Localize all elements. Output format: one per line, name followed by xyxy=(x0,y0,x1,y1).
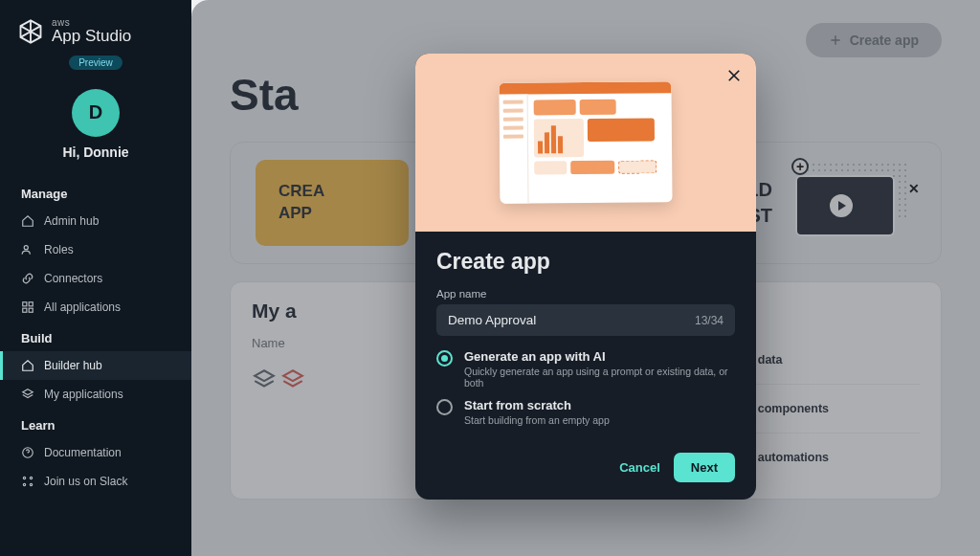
option-subtitle: Start building from an empty app xyxy=(464,414,610,426)
sidebar-item-admin-hub[interactable]: Admin hub xyxy=(0,207,191,235)
brand-name: App Studio xyxy=(52,28,131,46)
option-generate-ai[interactable]: Generate an app with AI Quickly generate… xyxy=(436,349,735,389)
sidebar-label: All applications xyxy=(44,300,121,314)
sidebar-label: Admin hub xyxy=(44,214,99,228)
create-app-modal: Create app App name 13/34 Generate an ap… xyxy=(415,54,756,500)
question-icon xyxy=(21,446,34,459)
modal-hero xyxy=(415,54,756,232)
sidebar-label: Connectors xyxy=(44,272,102,285)
sidebar-item-roles[interactable]: Roles xyxy=(0,235,191,264)
section-learn: Learn xyxy=(0,409,191,438)
svg-point-9 xyxy=(30,483,32,485)
sidebar-item-connectors[interactable]: Connectors xyxy=(0,264,191,293)
app-name-label: App name xyxy=(436,288,735,300)
main: Create app Sta CREA APP O: BUILD R FIRST… xyxy=(191,0,980,556)
home-icon xyxy=(21,214,34,228)
app-name-input[interactable] xyxy=(448,313,695,327)
option-subtitle: Quickly generate an app using a prompt o… xyxy=(464,366,735,389)
sidebar-label: Join us on Slack xyxy=(44,475,127,488)
home-icon xyxy=(21,359,34,372)
section-build: Build xyxy=(0,322,191,351)
svg-point-8 xyxy=(23,483,25,485)
sidebar-item-slack[interactable]: Join us on Slack xyxy=(0,467,191,496)
preview-badge: Preview xyxy=(69,56,122,70)
link-icon xyxy=(21,272,34,285)
sidebar-item-all-applications[interactable]: All applications xyxy=(0,293,191,322)
layers-icon xyxy=(21,388,34,401)
radio-selected-icon[interactable] xyxy=(436,350,453,367)
char-count: 13/34 xyxy=(695,314,724,327)
svg-point-0 xyxy=(24,245,28,249)
sidebar-label: My applications xyxy=(44,388,123,401)
brand: aws App Studio xyxy=(0,17,191,52)
modal-overlay[interactable]: Create app App name 13/34 Generate an ap… xyxy=(191,0,980,556)
next-button[interactable]: Next xyxy=(674,453,735,482)
app-name-input-wrap[interactable]: 13/34 xyxy=(436,304,735,336)
sidebar-label: Builder hub xyxy=(44,359,102,372)
sidebar: aws App Studio Preview D Hi, Donnie Mana… xyxy=(0,0,191,556)
sidebar-item-my-applications[interactable]: My applications xyxy=(0,380,191,409)
users-icon xyxy=(21,243,34,256)
radio-unselected-icon[interactable] xyxy=(436,399,453,415)
sidebar-label: Roles xyxy=(44,243,74,256)
option-start-scratch[interactable]: Start from scratch Start building from a… xyxy=(436,398,735,426)
modal-title: Create app xyxy=(436,249,735,275)
sidebar-item-documentation[interactable]: Documentation xyxy=(0,438,191,467)
cancel-button[interactable]: Cancel xyxy=(619,460,660,475)
svg-rect-2 xyxy=(29,301,33,305)
avatar[interactable]: D xyxy=(72,89,120,137)
dashboard-illustration-icon xyxy=(499,81,672,204)
close-icon[interactable] xyxy=(725,67,743,84)
svg-point-6 xyxy=(23,477,25,478)
svg-rect-1 xyxy=(23,301,27,305)
section-manage: Manage xyxy=(0,177,191,207)
svg-rect-3 xyxy=(23,308,27,312)
svg-rect-4 xyxy=(29,308,33,312)
sidebar-item-builder-hub[interactable]: Builder hub xyxy=(0,351,191,380)
app-studio-logo-icon xyxy=(17,18,44,45)
grid-icon xyxy=(21,300,34,314)
option-title: Generate an app with AI xyxy=(464,349,735,364)
svg-point-7 xyxy=(30,477,32,478)
option-title: Start from scratch xyxy=(464,398,610,412)
greeting: Hi, Donnie xyxy=(0,145,191,160)
sidebar-label: Documentation xyxy=(44,446,122,459)
slack-icon xyxy=(21,475,34,488)
